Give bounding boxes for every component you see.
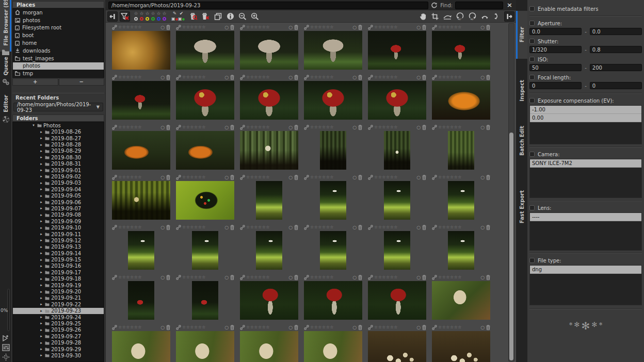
profile-link-icon[interactable] — [368, 125, 373, 130]
color-label-ring-icon[interactable]: ○ — [416, 225, 421, 230]
photo-thumbnail[interactable] — [448, 131, 474, 170]
expander-closed-icon[interactable]: ▸ — [39, 238, 43, 242]
rating-stars[interactable]: ☆☆☆☆☆☆ — [246, 225, 270, 230]
tree-item-2019-09-26[interactable]: ▸2019-09-26 — [13, 327, 104, 333]
shutter-max-input[interactable] — [590, 46, 642, 53]
color-label-ring-icon[interactable]: ○ — [224, 125, 229, 130]
photo-thumbnail[interactable] — [240, 331, 298, 362]
expander-closed-icon[interactable]: ▸ — [39, 264, 43, 268]
rating-stars[interactable]: ☆☆☆☆☆☆ — [118, 75, 142, 80]
trash-icon[interactable] — [422, 75, 426, 80]
tree-item-2019-09-06[interactable]: ▸2019-09-06 — [13, 199, 104, 205]
listbox-selected-item[interactable]: SONY ILCE-7M2 — [530, 159, 641, 168]
place-item-test_images[interactable]: test_images — [13, 55, 104, 62]
photo-thumbnail[interactable] — [256, 231, 282, 270]
trash-icon[interactable] — [486, 125, 490, 130]
expander-closed-icon[interactable]: ▸ — [39, 321, 43, 325]
profile-link-icon[interactable] — [240, 225, 245, 230]
refresh-icon[interactable] — [431, 2, 438, 9]
trash-icon[interactable] — [422, 225, 426, 230]
profile-link-icon[interactable] — [240, 125, 245, 130]
photo-thumbnail[interactable] — [112, 131, 170, 170]
rating-stars[interactable]: ☆☆☆☆☆☆ — [182, 125, 206, 130]
rating-stars[interactable]: ☆☆☆☆☆☆ — [310, 125, 334, 130]
photo-thumbnail[interactable] — [320, 131, 346, 170]
place-item-Filesystem root[interactable]: Filesystem root — [13, 24, 104, 32]
aperture-max-input[interactable] — [590, 28, 642, 35]
profile-link-icon[interactable] — [432, 275, 437, 280]
color-label-ring-icon[interactable]: ○ — [288, 225, 293, 230]
rating-stars[interactable]: ☆☆☆☆☆☆ — [182, 275, 206, 280]
photo-thumbnail[interactable] — [128, 281, 154, 320]
color-label-ring-icon[interactable]: ○ — [352, 275, 357, 280]
color-label-filter-3[interactable] — [151, 17, 155, 21]
rating-stars[interactable]: ☆☆☆☆☆☆ — [246, 275, 270, 280]
profile-link-icon[interactable] — [176, 75, 181, 80]
rating-stars[interactable]: ☆☆☆☆☆☆ — [118, 325, 142, 330]
color-label-ring-icon[interactable]: ○ — [224, 225, 229, 230]
trash-icon[interactable] — [294, 75, 298, 80]
profile-link-icon[interactable] — [304, 225, 309, 230]
profile-link-icon[interactable] — [368, 325, 373, 330]
tab-fast-export[interactable]: Fast Export — [516, 177, 527, 237]
photo-thumbnail[interactable] — [368, 281, 426, 320]
photo-thumbnail[interactable] — [384, 231, 410, 270]
list-filter-listbox[interactable]: SONY ILCE-7M2 — [529, 159, 642, 198]
color-label-ring-icon[interactable]: ○ — [352, 225, 357, 230]
listbox-selected-item[interactable]: 0.00 — [530, 114, 641, 122]
color-label-ring-icon[interactable]: ○ — [480, 25, 485, 30]
rating-stars[interactable]: ☆☆☆☆☆☆ — [374, 225, 398, 230]
trash-icon[interactable] — [294, 225, 298, 230]
color-label-ring-icon[interactable]: ○ — [352, 25, 357, 30]
expander-closed-icon[interactable]: ▸ — [39, 213, 43, 217]
trash-icon[interactable] — [422, 275, 426, 280]
trash-icon[interactable] — [230, 175, 234, 180]
expander-closed-icon[interactable]: ▸ — [39, 309, 43, 313]
rotate-left-button[interactable]: 90° — [455, 11, 465, 22]
expander-open-icon[interactable]: ▾ — [31, 123, 36, 127]
photo-thumbnail[interactable] — [240, 81, 298, 120]
color-label-ring-icon[interactable]: ○ — [416, 125, 421, 130]
list-filter-checkbox[interactable] — [529, 258, 535, 263]
rating-stars[interactable]: ☆☆☆☆☆☆ — [182, 75, 206, 80]
tree-item-2019-09-25[interactable]: ▸2019-09-25 — [13, 320, 104, 326]
rating-stars[interactable]: ☆☆☆☆☆☆ — [310, 175, 334, 180]
rating-stars[interactable]: ☆☆☆☆☆☆ — [374, 125, 398, 130]
rating-stars[interactable]: ☆☆☆☆☆☆ — [182, 175, 206, 180]
iso-max-input[interactable] — [590, 64, 642, 71]
grid-scrollbar[interactable] — [508, 23, 514, 361]
trash-icon[interactable] — [294, 125, 298, 130]
expander-closed-icon[interactable]: ▸ — [39, 328, 43, 332]
path-input[interactable] — [108, 2, 428, 9]
rating-stars[interactable]: ☆☆☆☆☆☆ — [374, 175, 398, 180]
tab-batch-edit[interactable]: Batch Edit — [516, 116, 527, 166]
tree-item-2019-09-12[interactable]: ▸2019-09-12 — [13, 237, 104, 243]
photo-thumbnail[interactable] — [432, 81, 490, 120]
photo-thumbnail[interactable] — [320, 181, 346, 220]
color-label-ring-icon[interactable]: ○ — [416, 175, 421, 180]
photo-thumbnail[interactable] — [304, 281, 362, 320]
focal-length-checkbox[interactable] — [529, 75, 535, 80]
photo-thumbnail[interactable] — [368, 331, 426, 362]
tree-item-2019-08-28[interactable]: ▸2019-08-28 — [13, 141, 104, 147]
photo-thumbnail[interactable] — [128, 231, 154, 270]
profile-link-icon[interactable] — [432, 175, 437, 180]
rating-stars[interactable]: ☆☆☆☆☆☆ — [438, 175, 462, 180]
color-label-ring-icon[interactable]: ○ — [160, 225, 165, 230]
photo-thumbnail[interactable] — [176, 331, 234, 362]
photo-thumbnail[interactable] — [384, 131, 410, 170]
profile-link-icon[interactable] — [176, 175, 181, 180]
trash-icon[interactable] — [358, 275, 362, 280]
photo-thumbnail[interactable] — [304, 31, 362, 70]
photo-thumbnail[interactable] — [192, 231, 218, 270]
color-label-ring-icon[interactable]: ○ — [480, 75, 485, 80]
trash-icon[interactable] — [422, 175, 426, 180]
trash-icon[interactable] — [166, 275, 170, 280]
photo-thumbnail[interactable] — [432, 331, 490, 362]
rating-stars[interactable]: ☆☆☆☆☆☆ — [246, 175, 270, 180]
list-filter-listbox[interactable]: dng — [529, 265, 642, 305]
info-button[interactable] — [225, 11, 235, 22]
add-place-button[interactable]: + — [12, 78, 58, 86]
trash-icon[interactable] — [166, 325, 170, 330]
profile-link-icon[interactable] — [432, 325, 437, 330]
